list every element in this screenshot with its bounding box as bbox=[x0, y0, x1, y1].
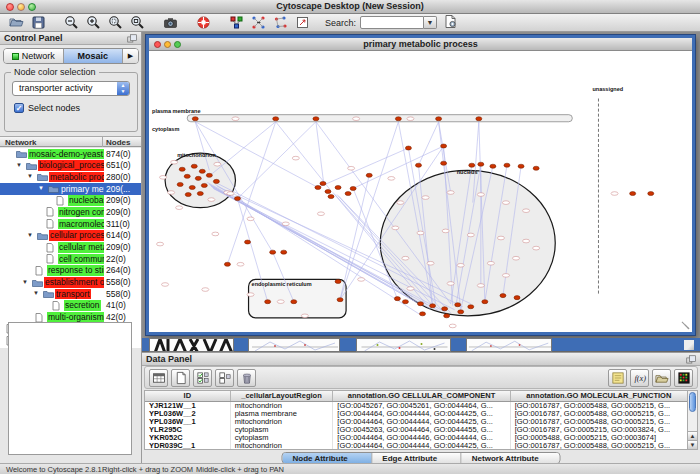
graph-node[interactable] bbox=[630, 192, 636, 196]
graph-node[interactable] bbox=[476, 117, 482, 121]
tree-row[interactable]: ▼biological_process651(0) bbox=[0, 160, 141, 172]
zoom-fit-icon[interactable] bbox=[129, 15, 146, 31]
layout-grid-icon[interactable] bbox=[250, 15, 267, 31]
network-view-window[interactable]: primary metabolic process plasma membran… bbox=[146, 35, 695, 335]
graph-node[interactable] bbox=[490, 164, 496, 168]
fx-button[interactable]: f(x) bbox=[630, 369, 649, 387]
tab-node-attribute-browser[interactable]: Node Attribute Browser bbox=[283, 453, 373, 463]
zoom-in-icon[interactable] bbox=[85, 15, 102, 31]
unselect-attrs-button[interactable] bbox=[215, 369, 234, 387]
window-controls[interactable] bbox=[6, 3, 36, 11]
graph-node[interactable] bbox=[345, 192, 351, 196]
help-icon[interactable] bbox=[195, 15, 212, 31]
graph-node[interactable] bbox=[518, 164, 524, 168]
canvas-resize-grip-icon[interactable] bbox=[688, 328, 689, 329]
new-attr-button[interactable] bbox=[171, 369, 190, 387]
graph-node[interactable] bbox=[335, 279, 341, 283]
delete-attr-button[interactable] bbox=[237, 369, 256, 387]
tree-row[interactable]: ▼establishment of lo558(0) bbox=[0, 277, 141, 289]
graph-node[interactable] bbox=[199, 169, 205, 173]
view-close-button[interactable] bbox=[154, 41, 161, 48]
graph-node[interactable] bbox=[184, 174, 190, 178]
graph-node[interactable] bbox=[478, 162, 484, 166]
table-row[interactable]: YDR039C__1mitochondrion[GO:0044464, GO:0… bbox=[145, 442, 688, 450]
column-header[interactable]: _cellularLayoutRegion bbox=[231, 391, 334, 401]
graph-node[interactable] bbox=[366, 173, 372, 177]
tabs-overflow-arrow[interactable]: ▶ bbox=[123, 49, 138, 63]
tab-mosaic[interactable]: Mosaic bbox=[64, 49, 124, 63]
tree-row[interactable]: ▼primary metabolic proc209(... bbox=[0, 183, 141, 195]
table-row[interactable]: YKR052Ccytoplasm[GO:0044464, GO:0044446,… bbox=[145, 434, 688, 442]
notes-button[interactable] bbox=[608, 369, 627, 387]
graph-node[interactable] bbox=[224, 262, 230, 266]
minimize-window-button[interactable] bbox=[17, 3, 25, 11]
table-row[interactable]: YPL036W__2plasma membrane[GO:0044464, GO… bbox=[145, 410, 688, 418]
view-minimize-button[interactable] bbox=[164, 41, 171, 48]
tab-edge-attribute-browser[interactable]: Edge Attribute Browser bbox=[372, 453, 461, 463]
tree-row[interactable]: macromolecule311(0) bbox=[0, 218, 141, 230]
tree-row[interactable]: response to stimulu264(0) bbox=[0, 265, 141, 277]
graph-node[interactable] bbox=[395, 117, 401, 121]
graph-node[interactable] bbox=[201, 183, 207, 187]
column-divider[interactable] bbox=[102, 137, 103, 147]
scroll-down-icon[interactable]: ▼ bbox=[688, 440, 697, 449]
tree-row[interactable]: ▼metabolic process280(0) bbox=[0, 171, 141, 183]
column-header[interactable]: ID bbox=[145, 391, 231, 401]
graph-node[interactable] bbox=[192, 117, 198, 121]
combobox-stepper-icon[interactable]: ▲▼ bbox=[117, 82, 129, 95]
search-settings-button[interactable] bbox=[443, 14, 458, 31]
graph-node[interactable] bbox=[335, 185, 341, 189]
view-zoom-button[interactable] bbox=[174, 41, 181, 48]
graph-node[interactable] bbox=[189, 185, 195, 189]
select-attrs-button[interactable] bbox=[193, 369, 212, 387]
birdseye-view-panel[interactable] bbox=[8, 322, 132, 455]
scroll-up-icon[interactable]: ▲ bbox=[688, 431, 697, 440]
layout-force-icon[interactable] bbox=[272, 15, 289, 31]
graph-node[interactable] bbox=[245, 240, 251, 244]
graph-node[interactable] bbox=[177, 182, 183, 186]
background-window-fragment[interactable] bbox=[356, 338, 451, 352]
tab-network[interactable]: Network bbox=[4, 49, 64, 63]
graph-node[interactable] bbox=[455, 303, 461, 307]
graph-node[interactable] bbox=[441, 161, 447, 165]
graph-node[interactable] bbox=[325, 189, 331, 193]
tree-row[interactable]: nitrogen compo209(0) bbox=[0, 206, 141, 218]
graph-node[interactable] bbox=[281, 250, 287, 254]
graph-node[interactable] bbox=[417, 302, 423, 306]
graph-node[interactable] bbox=[315, 185, 321, 189]
graph-node[interactable] bbox=[405, 146, 411, 150]
view-window-controls[interactable] bbox=[154, 41, 181, 48]
graph-node[interactable] bbox=[648, 192, 654, 196]
attr-table-button[interactable] bbox=[149, 369, 168, 387]
search-dropdown-arrow-icon[interactable]: ▼ bbox=[424, 16, 437, 29]
graph-node[interactable] bbox=[191, 164, 197, 168]
search-input[interactable] bbox=[360, 16, 424, 29]
column-header[interactable]: annotation.GO CELLULAR_COMPONENT bbox=[333, 391, 510, 401]
graph-node[interactable] bbox=[350, 186, 356, 190]
table-row[interactable]: YLR295Ccytoplasm[GO:0045263, GO:0044464,… bbox=[145, 426, 688, 434]
tree-row[interactable]: secretion41(0) bbox=[0, 300, 141, 312]
network-view-titlebar[interactable]: primary metabolic process bbox=[149, 38, 692, 51]
graph-node[interactable] bbox=[273, 117, 279, 121]
graph-node[interactable] bbox=[436, 117, 442, 121]
table-scrollbar[interactable]: ▲ ▼ bbox=[687, 390, 698, 450]
graph-node[interactable] bbox=[430, 304, 436, 308]
vizmapper-icon[interactable] bbox=[228, 15, 245, 31]
resize-grip-icon[interactable] bbox=[684, 340, 694, 350]
tab-network-attribute-browser[interactable]: Network Attribute Browser bbox=[462, 453, 560, 463]
graph-node[interactable] bbox=[415, 163, 421, 167]
background-window-fragment[interactable] bbox=[248, 338, 340, 352]
graph-node[interactable] bbox=[458, 310, 464, 314]
graph-node[interactable] bbox=[185, 193, 191, 197]
tree-row[interactable]: cellular metabo209(0) bbox=[0, 242, 141, 254]
select-nodes-checkbox[interactable]: ✓ bbox=[14, 103, 24, 113]
matrix-button[interactable] bbox=[674, 369, 693, 387]
tree-row[interactable]: ▼cellular process614(0) bbox=[0, 230, 141, 242]
tree-row[interactable]: cell communicat22(0) bbox=[0, 253, 141, 265]
graph-node[interactable] bbox=[419, 312, 425, 316]
graph-node[interactable] bbox=[469, 163, 475, 167]
graph-node[interactable] bbox=[206, 173, 212, 177]
graph-node[interactable] bbox=[442, 307, 448, 311]
graph-node[interactable] bbox=[337, 298, 343, 302]
graph-node[interactable] bbox=[197, 192, 203, 196]
